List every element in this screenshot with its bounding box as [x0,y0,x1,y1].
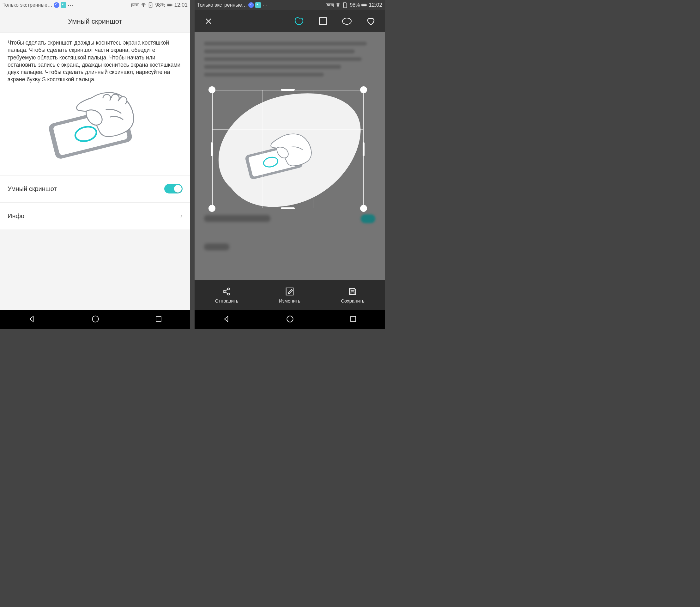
wifi-icon [335,2,341,8]
info-label: Инфо [7,212,24,220]
nav-recent-icon[interactable] [349,315,357,324]
status-bar: Только экстренные… NFC 1 98% 12:01 [0,0,190,10]
crop-handle-tr[interactable] [360,86,367,93]
crop-edge-top[interactable] [281,89,295,91]
crop-editor-screen: Только экстренные… NFC 1 98% 12:02 [195,0,385,329]
crop-action-bar: Отправить Изменить Сохранить [195,280,385,310]
close-button[interactable] [203,16,214,27]
carrier-label: Только экстренные… [197,2,247,8]
clock-label: 12:02 [369,2,382,8]
wifi-icon [140,2,146,8]
edit-label: Изменить [279,298,300,304]
knuckle-gesture-illustration [0,83,190,175]
battery-icon [167,2,173,8]
crop-border [212,90,364,208]
svg-text:1: 1 [345,4,346,7]
more-notifications-icon [262,2,268,8]
svg-point-0 [144,6,144,7]
empty-area [0,230,190,310]
svg-rect-4 [172,4,173,6]
sim-icon: 1 [343,2,348,8]
svg-point-8 [92,316,99,322]
app-badge-icon [61,2,66,8]
crop-handle-br[interactable] [360,205,367,212]
carrier-label: Только экстренные… [2,2,52,8]
heart-shape-icon[interactable] [365,16,376,27]
nav-back-icon[interactable] [28,315,36,325]
freeform-shape-icon[interactable] [293,16,305,27]
screen-header: Умный скриншот [0,10,190,33]
svg-point-10 [338,6,338,7]
status-bar: Только экстренные… NFC 1 98% 12:02 [195,0,385,10]
svg-point-16 [343,18,351,24]
svg-rect-14 [367,4,367,6]
crop-edge-right[interactable] [363,142,365,156]
check-badge-icon [248,2,254,8]
edit-button[interactable]: Изменить [279,287,300,304]
sim-icon: 1 [148,2,154,8]
smart-screenshot-toggle-row[interactable]: Умный скриншот [0,175,190,203]
page-title: Умный скриншот [68,17,122,26]
svg-rect-9 [156,316,161,321]
save-label: Сохранить [341,298,365,304]
svg-point-25 [287,316,293,322]
save-button[interactable]: Сохранить [341,287,365,304]
bg-blur-row [204,215,270,222]
svg-text:1: 1 [150,4,152,7]
share-label: Отправить [215,298,238,304]
crop-selection[interactable] [212,90,364,208]
nav-home-icon[interactable] [286,315,294,325]
settings-screen: Только экстренные… NFC 1 98% 12:01 Умный… [0,0,190,329]
crop-toolbar [195,10,385,32]
chevron-right-icon: › [180,212,182,220]
clock-label: 12:01 [174,2,188,8]
nav-recent-icon[interactable] [155,315,162,324]
nav-back-icon[interactable] [222,315,231,325]
svg-rect-26 [351,316,356,321]
battery-percent: 98% [155,2,165,8]
info-row[interactable]: Инфо › [0,203,190,230]
nfc-icon: NFC [131,3,139,7]
crop-handle-tl[interactable] [209,86,215,93]
share-button[interactable]: Отправить [215,287,238,304]
description-text: Чтобы сделать скриншот, дважды коснитесь… [0,33,190,83]
square-shape-icon[interactable] [317,16,329,27]
svg-rect-13 [362,4,366,6]
crop-edge-bottom[interactable] [281,207,295,209]
svg-rect-3 [168,4,172,6]
android-navbar [0,310,190,329]
nav-home-icon[interactable] [91,315,100,325]
bg-blur-row [204,244,229,250]
more-notifications-icon [68,2,73,8]
bg-blur-toggle [361,214,375,223]
toggle-label: Умный скриншот [7,185,57,192]
battery-percent: 98% [350,2,360,8]
android-navbar [195,310,385,329]
battery-icon [362,2,367,8]
bg-blur-text [204,42,375,77]
svg-rect-24 [351,292,354,294]
app-badge-icon [255,2,261,8]
check-badge-icon [54,2,59,8]
nfc-icon: NFC [326,3,334,7]
smart-screenshot-toggle[interactable] [164,184,182,193]
crop-handle-bl[interactable] [209,205,215,212]
crop-canvas[interactable] [195,32,385,280]
ellipse-shape-icon[interactable] [341,16,352,27]
crop-edge-left[interactable] [211,142,213,156]
svg-rect-15 [319,18,327,25]
